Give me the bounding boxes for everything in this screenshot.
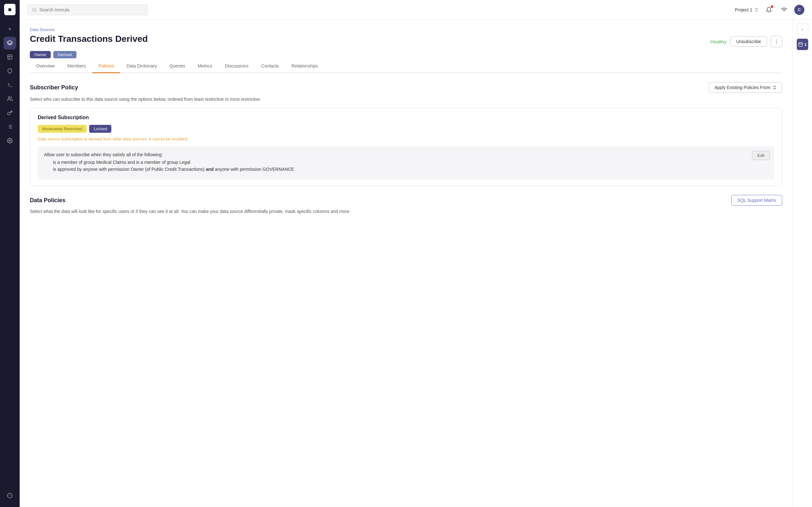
sql-support-matrix-button[interactable]: SQL Support Matrix	[731, 195, 782, 206]
badge-locked: Locked	[89, 125, 111, 133]
card-title: Derived Subscription	[38, 115, 774, 120]
subscriber-policy-desc: Select who can subscribe to this data so…	[30, 97, 782, 102]
notification-dot	[771, 5, 773, 8]
tab-discussions[interactable]: Discussions	[218, 60, 255, 73]
tab-policies[interactable]: Policies	[92, 60, 120, 73]
unsubscribe-button[interactable]: Unsubscribe	[730, 37, 767, 47]
data-policies-header: Data Policies SQL Support Matrix	[30, 195, 782, 206]
more-options-button[interactable]: ⋮	[771, 36, 782, 47]
subscriber-policy-title: Subscriber Policy	[30, 84, 78, 91]
search-icon	[32, 7, 37, 12]
project-selector[interactable]: Project 1	[735, 7, 759, 12]
avatar[interactable]: C	[794, 5, 804, 15]
content-area: Data Sources Credit Transactions Derived…	[20, 20, 812, 507]
sidebar-icon-add[interactable]: +	[3, 23, 16, 36]
svg-rect-1	[8, 55, 12, 59]
tags-row: Owner Derived	[30, 51, 782, 58]
svg-point-16	[33, 8, 36, 11]
panel-calendar-badge[interactable]: 1	[797, 39, 808, 50]
chevron-updown-small-icon	[772, 85, 777, 90]
main-area: Project 1	[20, 0, 812, 507]
svg-point-12	[9, 140, 11, 142]
tab-data-dictionary[interactable]: Data Dictionary	[120, 60, 163, 73]
sidebar-icon-settings[interactable]	[3, 134, 16, 147]
tab-queries[interactable]: Queries	[163, 60, 192, 73]
topbar: Project 1	[20, 0, 812, 20]
tabs: Overview Members Policies Data Dictionar…	[30, 60, 782, 73]
chevron-updown-icon	[754, 8, 759, 12]
right-panel: ‹ 1	[792, 20, 812, 507]
page-title: Credit Transactions Derived	[30, 34, 148, 44]
sidebar-icon-key[interactable]	[3, 107, 16, 119]
topbar-right: Project 1	[735, 5, 804, 15]
rule-line-3: is approved by anyone with permission Ow…	[53, 167, 768, 172]
badge-row: Moderately Restricted Locked	[38, 125, 774, 133]
tab-overview[interactable]: Overview	[30, 60, 61, 73]
derived-subscription-card: Derived Subscription Moderately Restrict…	[30, 108, 782, 186]
logo[interactable]: ■	[4, 4, 15, 15]
edit-button[interactable]: Edit	[752, 151, 770, 160]
status-badge: Healthy	[710, 39, 726, 44]
tag-derived: Derived	[53, 51, 77, 58]
data-policies-desc: Select what the data will look like for …	[30, 209, 782, 214]
tab-relationships[interactable]: Relationships	[285, 60, 324, 73]
search-box[interactable]	[27, 4, 148, 15]
policy-rule-box: Edit Allow user to subscribe when they s…	[38, 147, 774, 179]
sidebar: ■ +	[0, 0, 20, 507]
svg-point-5	[8, 97, 10, 99]
tab-contacts[interactable]: Contacts	[255, 60, 285, 73]
data-policies-title: Data Policies	[30, 197, 65, 204]
page-title-row: Credit Transactions Derived Healthy Unsu…	[30, 34, 782, 47]
title-block: Credit Transactions Derived	[30, 34, 148, 44]
search-input[interactable]	[39, 7, 143, 12]
sidebar-icon-help[interactable]	[3, 489, 16, 502]
subscriber-policy-header: Subscriber Policy Apply Existing Policie…	[30, 82, 782, 93]
svg-rect-19	[799, 43, 803, 47]
svg-marker-0	[7, 41, 13, 44]
breadcrumb[interactable]: Data Sources	[30, 27, 782, 32]
tab-members[interactable]: Members	[61, 60, 92, 73]
tag-owner: Owner	[30, 51, 51, 58]
sidebar-icon-shield[interactable]	[3, 65, 16, 77]
sidebar-icon-files[interactable]	[3, 51, 16, 63]
rule-line-1: Allow user to subscribe when they satisf…	[44, 152, 768, 157]
svg-line-17	[35, 10, 36, 11]
main-content: Data Sources Credit Transactions Derived…	[20, 20, 792, 507]
derived-info-text: Data source subscription is derived from…	[38, 136, 774, 141]
tab-metrics[interactable]: Metrics	[192, 60, 218, 73]
badge-moderately-restricted: Moderately Restricted	[38, 125, 87, 133]
calendar-icon	[798, 42, 803, 47]
sidebar-icon-users[interactable]	[3, 93, 16, 105]
apply-existing-policies-button[interactable]: Apply Existing Policies From	[709, 82, 782, 93]
wifi-icon[interactable]	[779, 5, 789, 15]
title-actions: Healthy Unsubscribe ⋮	[710, 36, 782, 47]
notification-bell[interactable]	[764, 5, 774, 15]
panel-toggle-button[interactable]: ‹	[797, 23, 808, 35]
sidebar-icon-list[interactable]	[3, 120, 16, 133]
sidebar-icon-layers[interactable]	[3, 37, 16, 49]
rule-line-2: is a member of group Medical Claims and …	[53, 160, 768, 165]
sidebar-icon-terminal[interactable]	[3, 78, 16, 91]
page-header: Data Sources Credit Transactions Derived…	[30, 27, 782, 58]
